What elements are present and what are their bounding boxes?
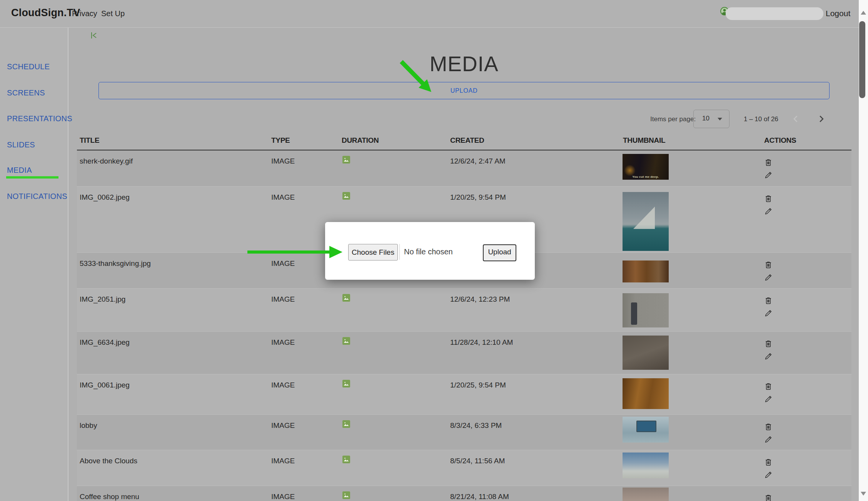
file-chosen-status: No file chosen [404, 247, 453, 256]
image-icon [342, 420, 350, 430]
media-type: IMAGE [271, 193, 295, 202]
table-row: sherk-donkey.gif IMAGE 12/6/24, 2:47 AM … [77, 150, 851, 187]
pencil-icon[interactable] [764, 171, 773, 179]
table-row: Coffee shop menu IMAGE 8/21/24, 11:08 AM [77, 486, 851, 501]
image-icon [342, 456, 350, 465]
column-header-actions: ACTIONS [764, 136, 796, 145]
choose-files-button[interactable]: Choose Files [348, 244, 398, 261]
thumbnail-caption: You cut me deep. [623, 175, 669, 179]
image-icon [342, 294, 350, 304]
top-bar: CloudSign.TV Privacy Set Up Logout [0, 0, 868, 28]
column-header-type: TYPE [271, 136, 290, 145]
thumbnail[interactable] [623, 453, 669, 478]
image-icon [342, 156, 350, 165]
sidebar-item-schedule[interactable]: SCHEDULE [7, 62, 50, 71]
media-type: IMAGE [271, 259, 295, 268]
trash-icon[interactable] [764, 158, 773, 167]
table-row: IMG_0061.jpeg IMAGE 1/20/25, 9:54 PM [77, 374, 851, 415]
thumbnail[interactable] [623, 488, 669, 501]
media-created: 1/20/25, 9:54 PM [450, 193, 506, 202]
pencil-icon[interactable] [764, 471, 773, 479]
pencil-icon[interactable] [764, 207, 773, 215]
nav-setup[interactable]: Set Up [101, 9, 125, 18]
sidebar-item-media[interactable]: MEDIA [7, 166, 32, 175]
media-title: sherk-donkey.gif [80, 157, 133, 165]
pencil-icon[interactable] [764, 273, 773, 282]
scroll-down-icon[interactable] [861, 492, 866, 496]
column-header-thumbnail: THUMBNAIL [623, 136, 665, 145]
upload-dialog: Choose Files No file chosen Upload [325, 222, 535, 280]
thumbnail[interactable] [623, 261, 669, 282]
scrollbar-thumb[interactable] [859, 21, 865, 98]
collapse-sidebar-icon[interactable] [91, 32, 97, 41]
thumbnail[interactable] [623, 378, 669, 409]
pencil-icon[interactable] [764, 395, 773, 403]
column-header-duration: DURATION [342, 136, 379, 145]
search-input[interactable] [726, 7, 823, 20]
media-title: IMG_0062.jpeg [80, 193, 130, 202]
image-icon [342, 337, 350, 347]
thumbnail[interactable] [623, 336, 669, 370]
thumbnail[interactable]: You cut me deep. [623, 154, 669, 180]
trash-icon[interactable] [764, 194, 773, 203]
sidebar-item-slides[interactable]: SLIDES [7, 140, 35, 149]
scrollbar[interactable] [859, 0, 868, 501]
trash-icon[interactable] [764, 339, 773, 348]
items-per-page-label: Items per page: [650, 115, 696, 123]
pagination-range: 1 – 10 of 26 [744, 115, 778, 123]
pencil-icon[interactable] [764, 352, 773, 361]
media-type: IMAGE [271, 457, 295, 465]
media-title: IMG_6634.jpeg [80, 338, 130, 347]
media-created: 8/21/24, 11:08 AM [450, 493, 509, 501]
nav-privacy[interactable]: Privacy [72, 9, 97, 18]
page-title: MEDIA [68, 52, 860, 76]
sidebar-item-notifications[interactable]: NOTIFICATIONS [7, 192, 67, 201]
chevron-down-icon [718, 118, 722, 120]
trash-icon[interactable] [764, 423, 773, 431]
trash-icon[interactable] [764, 458, 773, 466]
page-size-value: 10 [702, 115, 709, 122]
logout-button[interactable]: Logout [826, 9, 850, 18]
table-row: IMG_2051.jpg IMAGE 12/6/24, 12:23 PM [77, 289, 851, 332]
table-row: IMG_6634.jpeg IMAGE 11/28/24, 12:10 AM [77, 332, 851, 374]
table-row: lobby IMAGE 8/3/24, 6:33 PM [77, 415, 851, 450]
thumbnail[interactable] [623, 293, 669, 327]
image-icon [342, 491, 350, 501]
image-icon [342, 380, 350, 389]
sidebar-item-screens[interactable]: SCREENS [7, 89, 45, 97]
thumbnail[interactable] [623, 417, 669, 443]
trash-icon[interactable] [764, 261, 773, 269]
sidebar-item-presentations[interactable]: PRESENTATIONS [7, 114, 72, 123]
sidebar: SCHEDULE SCREENS PRESENTATIONS SLIDES ME… [0, 28, 68, 501]
media-created: 12/6/24, 12:23 PM [450, 295, 510, 304]
previous-page-icon[interactable] [790, 113, 802, 125]
media-title: Above the Clouds [80, 457, 137, 465]
dialog-upload-button[interactable]: Upload [483, 244, 516, 261]
table-header: TITLE TYPE DURATION CREATED THUMBNAIL AC… [77, 131, 851, 150]
scroll-up-icon[interactable] [861, 11, 866, 15]
media-title: 5333-thanksgiving.jpg [80, 259, 151, 268]
page-size-select[interactable]: 10 [693, 110, 729, 128]
media-type: IMAGE [271, 157, 295, 165]
next-page-icon[interactable] [816, 113, 827, 125]
media-created: 8/5/24, 11:56 AM [450, 457, 505, 465]
divider [399, 244, 400, 260]
media-title: IMG_2051.jpg [80, 295, 125, 304]
column-header-title: TITLE [80, 136, 99, 145]
upload-button[interactable]: UPLOAD [98, 82, 830, 99]
active-item-underline [6, 176, 58, 179]
media-title: IMG_0061.jpeg [80, 381, 130, 389]
media-created: 12/6/24, 2:47 AM [450, 157, 506, 165]
media-created: 11/28/24, 12:10 AM [450, 338, 513, 347]
media-created: 1/20/25, 9:54 PM [450, 381, 506, 389]
brand-logo[interactable]: CloudSign.TV [11, 7, 80, 19]
media-type: IMAGE [271, 295, 295, 304]
media-type: IMAGE [271, 421, 295, 430]
trash-icon[interactable] [764, 382, 773, 391]
image-icon [342, 192, 350, 202]
pencil-icon[interactable] [764, 435, 773, 444]
trash-icon[interactable] [764, 296, 773, 305]
pencil-icon[interactable] [764, 309, 773, 317]
trash-icon[interactable] [764, 494, 773, 501]
thumbnail[interactable] [623, 192, 669, 251]
